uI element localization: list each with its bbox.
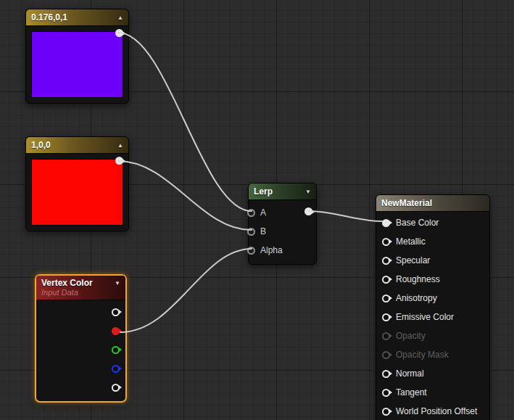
material-input-label: Tangent xyxy=(396,387,427,398)
wire-red-to-lerp-b[interactable] xyxy=(118,161,252,230)
b-output-pin[interactable] xyxy=(112,365,120,373)
rgb-output-pin[interactable] xyxy=(112,308,120,316)
collapse-down-icon[interactable]: ▼ xyxy=(115,280,120,287)
wire-vertexcolor-r-to-lerp-alpha[interactable] xyxy=(120,249,252,332)
node-title: Vertex Color xyxy=(41,278,110,288)
material-input-row[interactable]: Anisotropy xyxy=(376,289,489,308)
lerp-input-row-b: B xyxy=(249,222,316,241)
input-pin-opacity-mask[interactable] xyxy=(382,351,390,359)
output-pin[interactable] xyxy=(304,207,312,215)
collapse-down-icon[interactable]: ▼ xyxy=(305,189,311,195)
vertex-output-row-b xyxy=(36,359,125,378)
collapse-up-icon[interactable]: ▲ xyxy=(117,15,123,21)
wire-purple-to-lerp-a[interactable] xyxy=(118,33,252,211)
node-title: NewMaterial xyxy=(381,198,484,208)
material-input-label: Normal xyxy=(396,368,424,379)
lerp-input-label: Alpha xyxy=(260,245,283,255)
constant-color-node-red[interactable]: 1,0,0 ▲ xyxy=(25,136,129,231)
node-body xyxy=(26,154,128,231)
material-input-label: Opacity Mask xyxy=(396,350,449,360)
lerp-input-label: A xyxy=(260,207,266,218)
input-pin-world-position-offset[interactable] xyxy=(382,408,390,416)
g-output-pin[interactable] xyxy=(112,346,120,354)
node-title: 0.176,0,1 xyxy=(31,12,113,22)
wire-lerp-to-basecolor[interactable] xyxy=(308,211,382,221)
color-swatch[interactable] xyxy=(31,31,123,98)
vertex-output-row-a xyxy=(36,378,125,397)
node-title: Lerp xyxy=(254,186,301,197)
material-input-label: World Position Offset xyxy=(396,406,477,416)
vertex-color-node[interactable]: Vertex Color ▼ Input Data xyxy=(35,274,127,403)
input-pin-base-color[interactable] xyxy=(382,219,390,227)
node-body: A B Alpha xyxy=(249,200,316,264)
node-body: Base Color Metallic Specular Roughness A… xyxy=(376,212,489,420)
input-pin-opacity[interactable] xyxy=(382,332,390,340)
node-header[interactable]: NewMaterial xyxy=(376,195,489,212)
material-input-label: Base Color xyxy=(396,218,439,228)
node-title: 1,0,0 xyxy=(31,140,113,150)
vertex-output-row-g xyxy=(36,340,125,359)
lerp-input-pin-b[interactable] xyxy=(247,228,255,236)
node-body xyxy=(36,300,125,401)
constant-color-node-purple[interactable]: 0.176,0,1 ▲ xyxy=(25,9,129,104)
material-input-row[interactable]: Opacity xyxy=(376,326,489,345)
lerp-input-pin-alpha[interactable] xyxy=(247,247,255,255)
material-input-row[interactable]: Base Color xyxy=(376,213,489,232)
material-input-row[interactable]: Tangent xyxy=(376,383,489,402)
node-header[interactable]: 0.176,0,1 ▲ xyxy=(26,9,128,26)
material-input-label: Anisotropy xyxy=(396,293,437,303)
vertex-output-row-r xyxy=(36,321,125,340)
material-input-row[interactable]: Roughness xyxy=(376,270,489,289)
collapse-up-icon[interactable]: ▲ xyxy=(117,142,123,149)
node-body xyxy=(26,26,128,103)
output-pin[interactable] xyxy=(115,157,123,165)
lerp-input-label: B xyxy=(260,226,266,236)
input-pin-metallic[interactable] xyxy=(382,238,390,246)
node-header[interactable]: Vertex Color ▼ Input Data xyxy=(36,276,125,300)
color-swatch[interactable] xyxy=(31,159,123,226)
material-input-row[interactable]: World Position Offset xyxy=(376,402,489,420)
material-input-label: Opacity xyxy=(396,331,426,341)
lerp-input-pin-a[interactable] xyxy=(247,209,255,217)
material-input-label: Metallic xyxy=(396,236,426,247)
material-graph-canvas[interactable]: 0.176,0,1 ▲ 1,0,0 ▲ Lerp ▼ A xyxy=(0,0,514,420)
material-input-row[interactable]: Normal xyxy=(376,364,489,383)
material-input-row[interactable]: Emissive Color xyxy=(376,308,489,326)
input-pin-anisotropy[interactable] xyxy=(382,295,390,302)
node-header[interactable]: 1,0,0 ▲ xyxy=(26,137,128,154)
input-pin-roughness[interactable] xyxy=(382,276,390,284)
material-input-row[interactable]: Metallic xyxy=(376,232,489,251)
input-pin-specular[interactable] xyxy=(382,257,390,265)
material-input-label: Roughness xyxy=(396,274,440,284)
material-result-node[interactable]: NewMaterial Base Color Metallic Specular… xyxy=(376,194,490,420)
input-pin-emissive-color[interactable] xyxy=(382,313,390,321)
input-pin-normal[interactable] xyxy=(382,370,390,378)
material-input-row[interactable]: Opacity Mask xyxy=(376,345,489,364)
material-input-row[interactable]: Specular xyxy=(376,251,489,270)
material-input-label: Emissive Color xyxy=(396,312,454,322)
node-subtitle: Input Data xyxy=(41,288,120,297)
r-output-pin[interactable] xyxy=(112,327,120,335)
node-header[interactable]: Lerp ▼ xyxy=(249,184,316,200)
output-pin[interactable] xyxy=(115,29,123,37)
lerp-input-row-alpha: Alpha xyxy=(249,241,316,260)
vertex-output-row-rgb xyxy=(36,302,125,321)
lerp-node[interactable]: Lerp ▼ A B Alpha xyxy=(248,183,317,265)
material-input-label: Specular xyxy=(396,255,430,265)
a-output-pin[interactable] xyxy=(112,384,120,392)
input-pin-tangent[interactable] xyxy=(382,389,390,397)
